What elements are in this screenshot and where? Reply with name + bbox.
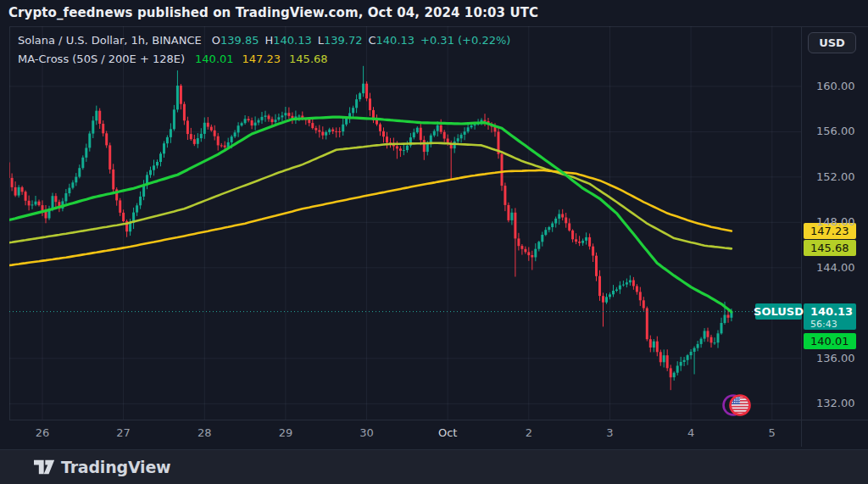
time-tick-label: 4 bbox=[687, 426, 694, 439]
price-tick-label: 156.00 bbox=[816, 125, 855, 137]
ma200-legend-value: 147.23 bbox=[242, 53, 281, 65]
open-value: O139.85 bbox=[212, 34, 259, 47]
time-tick-label: 30 bbox=[359, 426, 374, 439]
candle-bodies bbox=[9, 84, 732, 378]
indicator-title[interactable]: MA-Cross (50S / 200E + 128E) bbox=[18, 53, 185, 65]
time-scale[interactable]: 2627282930Oct2345 bbox=[0, 420, 868, 447]
time-tick-label: 3 bbox=[606, 426, 613, 439]
price-tick-label: 160.00 bbox=[816, 80, 855, 92]
tradingview-published-chart: Crypto_feednews published on TradingView… bbox=[0, 0, 868, 484]
bar-countdown: 56:43 bbox=[804, 320, 856, 330]
last-price-tag: 140.13 56:43 bbox=[804, 303, 856, 330]
ma-line bbox=[9, 170, 732, 265]
time-tick-label: 2 bbox=[526, 426, 532, 439]
legend-symbol-row: Solana / U.S. Dollar, 1h, BINANCE O139.8… bbox=[18, 34, 510, 47]
price-tick-label: 132.00 bbox=[816, 397, 855, 409]
legend-indicator-row: MA-Cross (50S / 200E + 128E) 140.01 147.… bbox=[18, 53, 510, 65]
time-tick-label: 5 bbox=[769, 426, 776, 439]
us-economic-event-icon[interactable] bbox=[721, 392, 755, 419]
high-value: H140.13 bbox=[264, 34, 311, 47]
time-tick-label: 28 bbox=[198, 426, 212, 439]
last-price-value: 140.13 bbox=[804, 303, 856, 320]
price-tick-label: 152.00 bbox=[816, 170, 855, 183]
attribution-text: Crypto_feednews published on TradingView… bbox=[8, 5, 538, 20]
time-tick-label: 26 bbox=[36, 426, 50, 439]
price-scale[interactable]: USD 147.23 145.68 140.13 56:43 140.01 16… bbox=[802, 26, 868, 447]
close-value: C140.13 bbox=[369, 34, 415, 47]
tradingview-wordmark[interactable]: TradingView bbox=[61, 458, 170, 476]
chart-pane[interactable] bbox=[9, 26, 801, 420]
symbol-title[interactable]: Solana / U.S. Dollar, 1h, BINANCE bbox=[18, 34, 202, 47]
ma128-price-tag: 145.68 bbox=[804, 240, 856, 256]
legend: Solana / U.S. Dollar, 1h, BINANCE O139.8… bbox=[18, 34, 510, 71]
price-tick-label: 144.00 bbox=[816, 261, 855, 274]
price-tick-label: 136.00 bbox=[816, 352, 855, 364]
tradingview-logo[interactable] bbox=[34, 459, 55, 476]
time-tick-label: Oct bbox=[438, 426, 457, 439]
change-value: +0.31 (+0.22%) bbox=[420, 34, 510, 47]
low-value: L139.72 bbox=[318, 34, 363, 47]
candle-wicks bbox=[9, 66, 732, 390]
currency-usd-button[interactable]: USD bbox=[808, 32, 856, 53]
ma128-legend-value: 145.68 bbox=[289, 53, 328, 65]
time-tick-label: 27 bbox=[116, 426, 131, 439]
time-tick-label: 29 bbox=[279, 426, 293, 439]
symbol-price-flag: SOLUSD bbox=[755, 303, 802, 320]
price-tick-label: 148.00 bbox=[816, 215, 855, 228]
ma50-price-tag: 140.01 bbox=[804, 333, 856, 349]
footer-bar: TradingView bbox=[0, 449, 868, 484]
ma50-legend-value: 140.01 bbox=[195, 53, 234, 65]
